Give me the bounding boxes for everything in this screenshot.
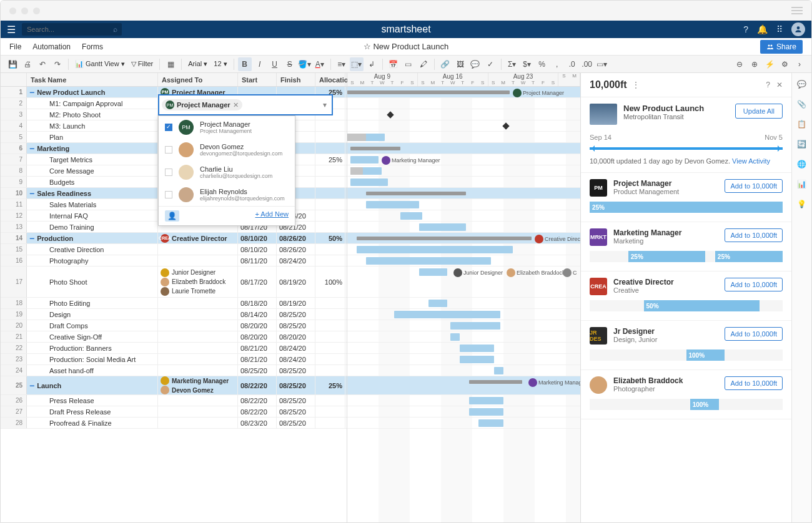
table-row[interactable]: 16 Photography 08/11/20 08/24/20	[1, 255, 347, 266]
bold-icon[interactable]: B	[238, 57, 252, 71]
gantt-row[interactable]	[347, 177, 580, 188]
gantt-row[interactable]	[347, 120, 580, 132]
user-avatar[interactable]	[791, 22, 805, 36]
task-cell[interactable]: Production: Social Media Art	[27, 354, 158, 364]
start-cell[interactable]: 08/14/20	[238, 309, 277, 320]
alloc-cell[interactable]	[315, 244, 345, 255]
task-bar[interactable]	[400, 212, 422, 220]
assigned-cell[interactable]	[158, 406, 238, 417]
menu-file[interactable]: File	[9, 42, 21, 51]
add-to-10000ft-button[interactable]: Add to 10,000ft	[725, 327, 783, 341]
rail-update-icon[interactable]: 🔄	[797, 139, 807, 149]
alloc-cell[interactable]	[315, 165, 345, 176]
start-cell[interactable]: 08/22/20	[238, 395, 277, 406]
task-cell[interactable]: Production: Banners	[27, 343, 158, 353]
table-row[interactable]: 28 Proofread & Finalize 08/23/20 08/25/2…	[1, 418, 347, 429]
gantt-row[interactable]	[347, 188, 580, 199]
collapse-icon[interactable]: −	[29, 144, 34, 153]
finish-cell[interactable]: 08/25/20	[277, 395, 315, 406]
add-new-link[interactable]: + Add New	[255, 210, 289, 222]
gantt-row[interactable]: Creative Directo	[347, 233, 580, 244]
task-cell[interactable]: Internal FAQ	[27, 210, 158, 221]
redo-icon[interactable]: ↷	[51, 57, 64, 71]
zoom-out-icon[interactable]: ⊖	[733, 57, 746, 71]
search-icon[interactable]: ⌕	[113, 25, 117, 34]
thousands-icon[interactable]: ,	[550, 57, 564, 71]
gantt-row[interactable]	[347, 320, 580, 331]
task-bar[interactable]	[419, 268, 447, 276]
start-cell[interactable]: 08/25/20	[238, 365, 277, 376]
alloc-cell[interactable]	[315, 309, 345, 320]
share-button[interactable]: Share	[760, 40, 803, 54]
start-cell[interactable]: 08/18/20	[238, 298, 277, 308]
task-cell[interactable]: Creative Sign-Off	[27, 331, 158, 342]
gantt-row[interactable]	[347, 143, 580, 154]
table-row[interactable]: 15 Creative Direction 08/10/20 08/26/20	[1, 244, 347, 255]
start-cell[interactable]: 08/20/20	[238, 331, 277, 342]
undo-icon[interactable]: ↶	[36, 57, 49, 71]
search-box[interactable]: ⌕	[22, 23, 122, 36]
underline-icon[interactable]: U	[268, 57, 282, 71]
dropdown-option[interactable]: PM Project ManagerProject Management	[159, 116, 295, 139]
contact-dropdown[interactable]: PM Project ManagerProject Management Dev…	[158, 115, 295, 226]
alloc-cell[interactable]	[315, 188, 345, 198]
task-cell[interactable]: Proofread & Finalize	[27, 418, 158, 428]
assigned-cell[interactable]: Junior DesignerElizabeth BraddockLaurie …	[158, 266, 238, 297]
task-cell[interactable]: M1: Campaign Approval	[27, 98, 158, 109]
finish-cell[interactable]: 08/25/20	[277, 365, 315, 376]
task-cell[interactable]: Budgets	[27, 177, 158, 187]
table-row[interactable]: 26 Press Release 08/22/20 08/25/20	[1, 395, 347, 406]
assigned-cell-editor[interactable]: PM Project Manager ✕ ▾	[158, 94, 333, 115]
assigned-cell[interactable]	[158, 354, 238, 364]
menu-forms[interactable]: Forms	[82, 42, 103, 51]
table-row[interactable]: 21 Creative Sign-Off 08/20/20 08/20/20	[1, 331, 347, 343]
alloc-cell[interactable]: 25%	[315, 154, 345, 165]
finish-cell[interactable]: 08/26/20	[277, 233, 315, 243]
task-cell[interactable]: Photo Shoot	[27, 266, 158, 297]
panel-close-icon[interactable]: ✕	[776, 81, 783, 89]
task-cell[interactable]: Design	[27, 309, 158, 320]
start-cell[interactable]: 08/11/20	[238, 255, 277, 266]
task-bar[interactable]	[350, 178, 388, 186]
table-row[interactable]: 20 Draft Comps 08/20/20 08/25/20	[1, 320, 347, 331]
alloc-cell[interactable]	[315, 177, 345, 187]
gantt-row[interactable]	[347, 418, 580, 429]
card-icon[interactable]: ▭	[402, 57, 415, 71]
italic-icon[interactable]: I	[253, 57, 267, 71]
alloc-cell[interactable]	[315, 320, 345, 331]
table-row[interactable]: 17 Photo Shoot Junior DesignerElizabeth …	[1, 266, 347, 298]
task-bar[interactable]	[450, 322, 500, 330]
assigned-cell[interactable]	[158, 331, 238, 342]
menu-automation[interactable]: Automation	[32, 42, 71, 51]
collapse-icon[interactable]: −	[29, 381, 34, 390]
finish-cell[interactable]: 08/25/20	[277, 376, 315, 394]
summary-bar[interactable]	[357, 237, 532, 240]
assigned-cell[interactable]	[158, 320, 238, 331]
gantt-row[interactable]	[347, 298, 580, 309]
start-cell[interactable]: 08/22/20	[238, 376, 277, 394]
table-row[interactable]: 23 Production: Social Media Art 08/21/20…	[1, 354, 347, 365]
menu-icon[interactable]: ☰	[7, 24, 16, 36]
rail-publish-icon[interactable]: 🌐	[797, 159, 807, 169]
finish-cell[interactable]: 08/19/20	[277, 298, 315, 308]
task-bar[interactable]	[350, 156, 379, 164]
save-icon[interactable]: 💾	[6, 57, 19, 71]
traffic-light-min[interactable]	[21, 7, 28, 14]
percent-icon[interactable]: %	[535, 57, 549, 71]
gantt-row[interactable]	[347, 210, 580, 222]
help-icon[interactable]: ?	[743, 24, 748, 34]
remove-chip-icon[interactable]: ✕	[233, 101, 239, 109]
task-cell[interactable]: −Production	[27, 233, 158, 243]
strike-icon[interactable]: S	[283, 57, 297, 71]
zoom-in-icon[interactable]: ⊕	[748, 57, 761, 71]
checkbox[interactable]	[165, 169, 172, 176]
finish-cell[interactable]: 08/24/20	[277, 255, 315, 266]
more-icon[interactable]: ▭▾	[595, 57, 609, 71]
start-cell[interactable]: 08/20/20	[238, 320, 277, 331]
task-cell[interactable]: Plan	[27, 132, 158, 142]
task-bar[interactable]	[366, 257, 491, 265]
finish-cell[interactable]: 08/24/20	[277, 354, 315, 364]
size-dropdown[interactable]: 12 ▾	[211, 60, 229, 68]
col-start[interactable]: Start	[238, 73, 277, 86]
table-row[interactable]: 27 Draft Press Release 08/22/20 08/25/20	[1, 406, 347, 418]
